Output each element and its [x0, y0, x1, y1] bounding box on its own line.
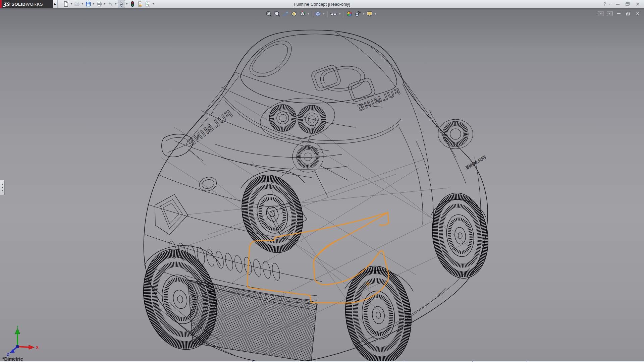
file-properties-icon	[137, 1, 143, 7]
open-folder-icon	[74, 1, 80, 7]
file-properties-button[interactable]	[137, 0, 144, 8]
options-button[interactable]	[144, 0, 152, 8]
new-document-button[interactable]	[62, 0, 70, 8]
next-pane-button[interactable]: ▸	[607, 11, 612, 16]
select-caret[interactable]: ▾	[126, 3, 127, 5]
save-floppy-icon	[85, 1, 91, 7]
zoom-to-area-button[interactable]	[273, 10, 281, 18]
triad-x-label: X	[36, 345, 39, 350]
apply-scene-icon	[354, 10, 361, 17]
solidworks-logo: ƷS SOLIDWORKS	[0, 0, 53, 8]
zoom-to-fit-icon	[265, 10, 272, 17]
select-cursor-icon	[118, 1, 124, 7]
reference-triad: Y X Z	[5, 326, 42, 356]
hide-show-items-button[interactable]	[329, 10, 338, 18]
view-orientation-caret[interactable]: ▾	[308, 12, 309, 15]
undo-icon	[107, 1, 113, 7]
options-checklist-icon	[145, 1, 151, 7]
hide-show-items-caret[interactable]: ▾	[339, 12, 340, 15]
collapse-arrow-icon: ◂	[2, 186, 3, 189]
main-toolbar: ▾ ▾ ▾	[62, 0, 155, 8]
toolbar-separator	[312, 11, 312, 17]
section-view-button[interactable]	[290, 10, 298, 18]
save-button[interactable]	[85, 0, 92, 8]
document-close-button[interactable]: ✕	[635, 11, 641, 16]
new-document-icon	[63, 1, 69, 7]
view-orientation-button[interactable]	[299, 10, 306, 18]
zoom-to-area-icon	[274, 10, 281, 17]
select-button[interactable]	[118, 0, 125, 8]
document-minimize-button[interactable]	[616, 11, 622, 16]
car-badge-front: FULMINE	[356, 86, 401, 113]
document-restore-button[interactable]	[625, 11, 631, 16]
print-button[interactable]	[96, 0, 103, 8]
triad-z-label: Z	[7, 352, 9, 356]
apply-scene-caret[interactable]: ▾	[363, 12, 364, 15]
collapse-arrow-icon: ◂	[2, 189, 3, 192]
help-caret[interactable]: ▾	[609, 3, 610, 6]
section-view-icon	[290, 10, 298, 17]
restore-icon	[626, 12, 630, 15]
restore-icon	[626, 2, 630, 6]
featuremanager-collapse-tab[interactable]: ◂ ◂ ◂	[0, 180, 5, 195]
minimize-icon	[616, 4, 620, 5]
undo-button[interactable]	[107, 0, 114, 8]
close-button[interactable]: ✕	[635, 1, 641, 7]
apply-scene-button[interactable]	[354, 10, 362, 18]
new-caret[interactable]: ▾	[71, 3, 72, 5]
graphics-viewport[interactable]: FULMINE FULMINE FULMINE	[0, 8, 644, 362]
car-wireframe: FULMINE FULMINE FULMINE	[0, 8, 644, 362]
title-bar: ƷS SOLIDWORKS ▶ ▾ ▾	[0, 0, 644, 8]
display-style-caret[interactable]: ▾	[323, 12, 324, 15]
solidworks-logo-text: SOLIDWORKS	[11, 2, 43, 7]
zoom-to-fit-button[interactable]	[265, 10, 273, 18]
minimize-button[interactable]	[614, 1, 621, 7]
open-button[interactable]	[73, 0, 81, 8]
view-settings-caret[interactable]: ▾	[375, 12, 376, 15]
edit-appearance-icon	[346, 10, 353, 17]
edit-appearance-button[interactable]	[345, 10, 353, 18]
document-window-controls: ◂ ▸ ✕	[598, 11, 641, 16]
window-controls: ? ▾ ✕	[602, 0, 641, 8]
print-caret[interactable]: ▾	[104, 3, 105, 5]
minimize-icon	[617, 13, 621, 14]
toolbar-separator	[343, 11, 343, 17]
previous-pane-button[interactable]: ◂	[598, 11, 603, 16]
solidworks-window: ƷS SOLIDWORKS ▶ ▾ ▾	[0, 0, 644, 362]
view-orientation-icon	[299, 10, 306, 17]
previous-view-button[interactable]	[282, 10, 289, 18]
collapse-arrow-icon: ◂	[2, 183, 3, 186]
menu-flyout-arrow[interactable]: ▶	[53, 0, 58, 8]
open-caret[interactable]: ▾	[82, 3, 83, 5]
rebuild-button[interactable]	[129, 0, 136, 8]
display-style-icon	[314, 10, 321, 17]
help-button[interactable]: ?	[602, 1, 608, 7]
view-settings-icon	[366, 10, 373, 17]
triad-y-label: Y	[16, 326, 19, 329]
solidworks-logo-mark-icon: ƷS	[3, 1, 10, 7]
hide-show-items-glasses-icon	[330, 10, 337, 17]
options-caret[interactable]: ▾	[153, 3, 154, 5]
print-icon	[96, 1, 102, 7]
undo-caret[interactable]: ▾	[115, 3, 116, 5]
save-caret[interactable]: ▾	[93, 3, 94, 5]
restore-button[interactable]	[625, 1, 631, 7]
view-settings-button[interactable]	[366, 10, 373, 18]
rebuild-traffic-light-icon	[129, 1, 136, 7]
previous-view-icon	[282, 10, 289, 17]
toolbar-separator	[327, 11, 327, 17]
display-style-button[interactable]	[314, 10, 322, 18]
headsup-view-toolbar: ▾ ▾ ▾	[265, 10, 377, 18]
